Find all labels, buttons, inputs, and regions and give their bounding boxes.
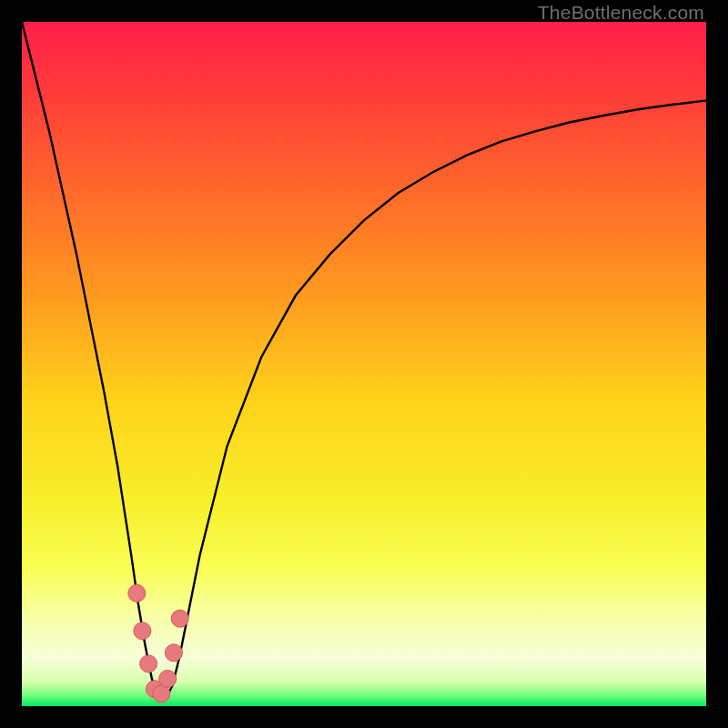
marker-dot: [159, 670, 177, 687]
marker-dot: [140, 655, 157, 672]
chart-frame: [22, 22, 706, 706]
marker-dot: [165, 644, 182, 662]
marker-dot: [134, 622, 151, 640]
chart-canvas: [22, 22, 706, 706]
marker-dot: [128, 584, 146, 602]
marker-dot: [171, 610, 188, 627]
gradient-background: [22, 22, 706, 706]
watermark: TheBottleneck.com: [538, 2, 704, 24]
